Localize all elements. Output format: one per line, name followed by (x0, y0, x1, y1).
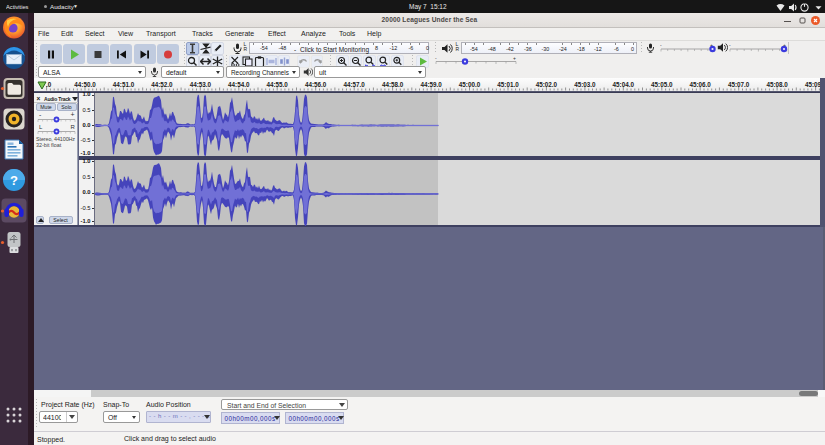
svg-text:-: - (660, 43, 662, 48)
svg-text:+: + (513, 55, 516, 61)
svg-text:-: - (729, 43, 731, 48)
svg-text:-: - (435, 55, 437, 61)
svg-text:?: ? (10, 173, 18, 188)
